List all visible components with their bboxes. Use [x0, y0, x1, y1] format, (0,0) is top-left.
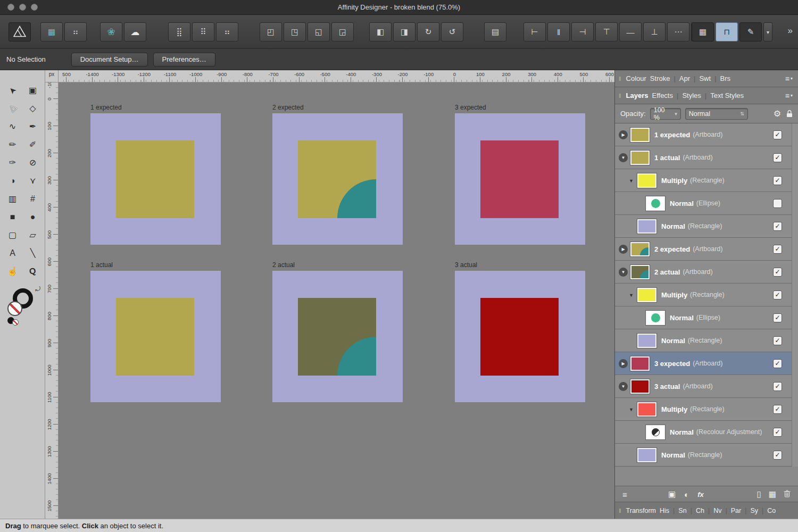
- new-layer-icon[interactable]: ▯: [757, 489, 761, 499]
- tab-colour[interactable]: Colour: [626, 74, 646, 82]
- layer-row[interactable]: ▼1 actual(Artboard)✓: [615, 146, 798, 169]
- layer-visibility-checkbox[interactable]: ✓: [773, 451, 782, 460]
- layer-row[interactable]: ▶1 expected(Artboard)✓: [615, 123, 798, 146]
- layer-visibility-checkbox[interactable]: ✓: [773, 359, 782, 368]
- align-left-button[interactable]: ⊢: [523, 22, 546, 41]
- layer-visibility-checkbox[interactable]: ✓: [773, 290, 782, 300]
- layer-visibility-checkbox[interactable]: ✓: [773, 268, 782, 277]
- layer-visibility-checkbox[interactable]: ✓: [773, 336, 782, 345]
- pixel-persona-button[interactable]: ▦: [40, 22, 63, 41]
- pressure-button[interactable]: ✎: [739, 22, 762, 41]
- tab-swt[interactable]: Swt: [699, 74, 711, 82]
- transparency-tool[interactable]: ⋎: [23, 174, 43, 187]
- layer-row[interactable]: ▼Multiply(Rectangle)✓: [615, 398, 798, 421]
- expand-icon[interactable]: ▶: [619, 359, 628, 368]
- tab-co[interactable]: Co: [767, 507, 776, 514]
- erase-brush-tool[interactable]: ⊘: [23, 156, 43, 169]
- layer-visibility-checkbox[interactable]: ✓: [773, 313, 782, 322]
- view-tool[interactable]: ☝: [3, 265, 23, 278]
- layer-row[interactable]: ▶2 expected(Artboard)✓: [615, 238, 798, 261]
- layer-row[interactable]: ▼Multiply(Rectangle)✓: [615, 284, 798, 306]
- corner-tr-button[interactable]: ◳: [284, 22, 306, 41]
- colour-picker-tool[interactable]: ╲: [23, 247, 43, 260]
- artboard-rectangle-shape[interactable]: [298, 298, 376, 376]
- pattern-icon[interactable]: ▦: [769, 489, 776, 499]
- fill-tool[interactable]: ◑: [3, 174, 23, 187]
- align-top-button[interactable]: ⊤: [595, 22, 618, 41]
- place-image-tool[interactable]: ▥: [3, 193, 23, 205]
- layer-row[interactable]: Normal(Ellipse)✓: [615, 306, 798, 329]
- tab-styles[interactable]: Styles: [682, 92, 701, 99]
- layers-menu-icon[interactable]: ≡▾: [785, 92, 793, 100]
- layer-visibility-checkbox[interactable]: ✓: [773, 382, 782, 391]
- export-persona-button[interactable]: ⠶: [64, 22, 87, 41]
- tab-sy[interactable]: Sy: [750, 507, 758, 514]
- quarter-ellipse-shape[interactable]: [337, 337, 376, 376]
- document-canvas[interactable]: 1 expected2 expected3 expected1 actual2 …: [59, 82, 614, 519]
- artboard-rectangle-shape[interactable]: [298, 140, 376, 218]
- rotate-ccw-button[interactable]: ↺: [441, 22, 463, 41]
- collapse-icon[interactable]: ▼: [629, 407, 634, 412]
- artboard-tool[interactable]: ▣: [23, 84, 43, 97]
- layer-visibility-checkbox[interactable]: ✓: [773, 428, 782, 437]
- tab-stroke[interactable]: Stroke: [650, 74, 670, 82]
- align-right-button[interactable]: ⊣: [571, 22, 594, 41]
- preferences-button[interactable]: Preferences…: [153, 53, 215, 66]
- layer-row[interactable]: Normal(Rectangle)✓: [615, 215, 798, 238]
- pen-tool[interactable]: ✒: [23, 120, 43, 133]
- tab-brs[interactable]: Brs: [720, 74, 731, 82]
- colour-selector[interactable]: ⤾: [6, 287, 39, 326]
- vector-crop-tool[interactable]: #: [23, 193, 43, 205]
- insert-behaviour-button[interactable]: ▤: [484, 22, 506, 41]
- text-tool[interactable]: A: [3, 247, 23, 260]
- artboard-1-expected[interactable]: [90, 113, 221, 245]
- tab-transform[interactable]: Transform: [626, 507, 656, 514]
- layers-stack-icon[interactable]: ≡: [622, 490, 627, 499]
- snapping-options-dropdown[interactable]: ▾: [763, 22, 772, 41]
- node-tool[interactable]: ▷: [3, 102, 23, 115]
- tab-ch[interactable]: Ch: [696, 507, 704, 514]
- collapse-icon[interactable]: ▼: [619, 382, 628, 391]
- rounded-rectangle-tool[interactable]: ▢: [3, 229, 23, 242]
- layer-row[interactable]: ▼Multiply(Rectangle)✓: [615, 169, 798, 192]
- layer-row[interactable]: Normal(Ellipse): [615, 192, 798, 215]
- studio-menu-icon[interactable]: ≡▾: [785, 74, 793, 83]
- snap-grid-2-button[interactable]: ⠿: [192, 22, 214, 41]
- vertical-ruler[interactable]: -100100200300400500600700800900100011001…: [45, 82, 59, 519]
- artboard-3-expected[interactable]: [455, 113, 585, 245]
- paint-brush-tool[interactable]: ✑: [3, 156, 23, 169]
- fill-colour-well-none[interactable]: [7, 301, 22, 316]
- layer-row[interactable]: Normal(Recolour Adjustment)✓: [615, 421, 798, 444]
- layer-list-scrollbar[interactable]: [792, 123, 798, 467]
- move-tool[interactable]: ➤: [3, 84, 23, 97]
- align-middle-button[interactable]: —: [619, 22, 642, 41]
- show-grid-button[interactable]: ▦: [692, 22, 714, 41]
- snap-grid-3-button[interactable]: ⠶: [216, 22, 238, 41]
- layer-row[interactable]: ▶3 expected(Artboard)✓: [615, 352, 798, 375]
- swap-colours-icon[interactable]: ⤾: [35, 285, 40, 293]
- corner-bl-button[interactable]: ◱: [307, 22, 330, 41]
- tab-effects[interactable]: Effects: [652, 92, 673, 99]
- layer-row[interactable]: Normal(Rectangle)✓: [615, 329, 798, 352]
- corner-tool[interactable]: ∿: [3, 120, 23, 133]
- artboard-2-expected[interactable]: [272, 113, 403, 245]
- vector-persona-button[interactable]: [9, 22, 31, 41]
- blend-options-gear-icon[interactable]: ⚙: [774, 109, 781, 119]
- artboard-rectangle-shape[interactable]: [116, 298, 194, 376]
- layer-visibility-checkbox[interactable]: ✓: [773, 245, 782, 254]
- layer-row[interactable]: ▼3 actual(Artboard)✓: [615, 375, 798, 398]
- expand-icon[interactable]: ▶: [619, 245, 628, 254]
- fx-icon[interactable]: fx: [697, 491, 704, 498]
- collapse-icon[interactable]: ▼: [619, 268, 628, 277]
- distribute-h-button[interactable]: ⋯: [667, 22, 689, 41]
- ruler-unit-corner[interactable]: px: [45, 70, 59, 82]
- tab-apr[interactable]: Apr: [679, 74, 690, 82]
- layer-visibility-checkbox[interactable]: ✓: [773, 153, 782, 162]
- opacity-combo[interactable]: 100 % ▾: [650, 108, 681, 120]
- layer-visibility-checkbox[interactable]: ✓: [773, 222, 782, 231]
- ellipse-tool[interactable]: ●: [23, 211, 43, 223]
- adjustment-icon[interactable]: ◐: [684, 490, 689, 499]
- vector-brush-tool[interactable]: ✐: [23, 138, 43, 151]
- cone-tool[interactable]: ▱: [23, 229, 43, 242]
- flip-horizontal-button[interactable]: ◧: [369, 22, 392, 41]
